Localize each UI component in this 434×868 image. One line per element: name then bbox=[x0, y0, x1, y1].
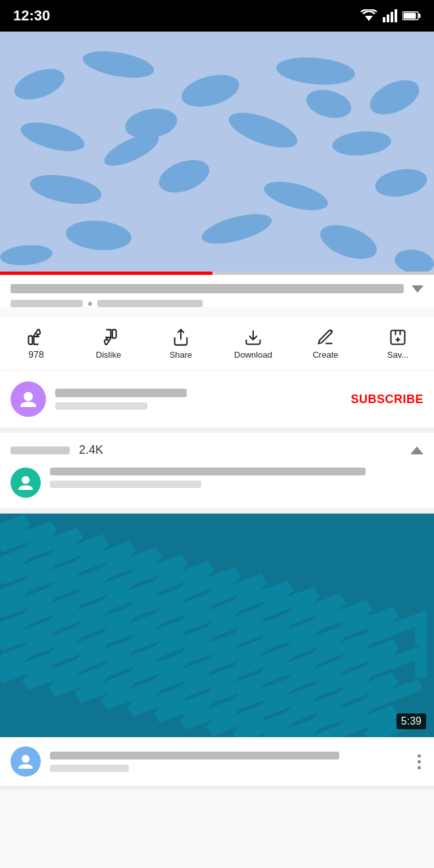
commenter-avatar-icon bbox=[16, 473, 35, 492]
save-button[interactable]: Sav... bbox=[362, 323, 434, 365]
channel-subs-placeholder bbox=[55, 402, 147, 410]
svg-rect-3 bbox=[391, 12, 393, 22]
actions-row: 978 Dislike Share Download bbox=[0, 316, 434, 371]
progress-bar-fill bbox=[0, 272, 212, 275]
video-title-bar bbox=[11, 284, 423, 293]
comments-header-left: 2.4K bbox=[11, 443, 103, 457]
svg-rect-1 bbox=[383, 17, 385, 22]
comments-section: 2.4K bbox=[0, 433, 434, 514]
rec-channel-avatar[interactable] bbox=[11, 746, 41, 777]
rec-video-info-content bbox=[50, 752, 415, 772]
video-meta bbox=[11, 300, 423, 307]
more-options-button[interactable] bbox=[415, 752, 423, 772]
dislike-button[interactable]: Dislike bbox=[72, 323, 145, 365]
download-button[interactable]: Download bbox=[217, 323, 289, 365]
comment-item bbox=[11, 468, 423, 498]
video-date-placeholder bbox=[97, 300, 203, 307]
more-dot-3 bbox=[418, 766, 421, 769]
subscribe-button[interactable]: SUBSCRIBE bbox=[350, 393, 423, 406]
create-button[interactable]: Create bbox=[289, 323, 362, 365]
commenter-avatar bbox=[11, 468, 41, 498]
save-label: Sav... bbox=[387, 350, 408, 360]
svg-point-37 bbox=[22, 476, 30, 484]
video-duration-badge: 5:39 bbox=[397, 713, 426, 729]
channel-avatar-icon bbox=[18, 389, 39, 410]
more-dot-2 bbox=[418, 760, 421, 763]
download-icon bbox=[244, 328, 262, 347]
thumbs-down-icon bbox=[99, 328, 118, 347]
battery-icon bbox=[402, 11, 421, 21]
svg-point-36 bbox=[24, 392, 33, 401]
rec-video-info-row bbox=[0, 737, 434, 790]
channel-name-placeholder bbox=[55, 389, 187, 397]
download-label: Download bbox=[234, 350, 272, 360]
status-time: 12:30 bbox=[13, 7, 50, 24]
like-button[interactable]: 978 bbox=[0, 322, 72, 365]
video-player[interactable] bbox=[0, 32, 434, 275]
status-bar: 12:30 bbox=[0, 0, 434, 32]
comment-text-placeholder bbox=[50, 481, 201, 488]
wifi-icon bbox=[360, 9, 377, 22]
rec-channel-avatar-icon bbox=[16, 752, 35, 771]
dislike-label: Dislike bbox=[96, 350, 121, 360]
chevron-down-icon[interactable] bbox=[412, 285, 423, 293]
channel-avatar[interactable] bbox=[11, 381, 46, 417]
create-label: Create bbox=[312, 350, 338, 360]
share-button[interactable]: Share bbox=[145, 323, 217, 365]
create-icon bbox=[316, 328, 335, 347]
svg-marker-0 bbox=[365, 16, 373, 21]
svg-rect-7 bbox=[404, 13, 416, 19]
svg-rect-4 bbox=[395, 9, 397, 22]
like-count: 978 bbox=[28, 349, 43, 360]
more-dot-1 bbox=[418, 754, 421, 758]
svg-rect-6 bbox=[419, 14, 421, 18]
video-info bbox=[0, 275, 434, 307]
comments-label-placeholder bbox=[11, 446, 70, 454]
svg-point-39 bbox=[22, 755, 30, 763]
signal-icon bbox=[383, 9, 397, 22]
rec-video-meta-placeholder bbox=[50, 765, 129, 772]
share-label: Share bbox=[170, 350, 193, 360]
comment-content bbox=[50, 468, 423, 488]
chevron-up-icon[interactable] bbox=[410, 446, 423, 454]
rec-video-title-placeholder bbox=[50, 752, 339, 760]
video-thumbnail bbox=[0, 32, 434, 275]
channel-info bbox=[55, 389, 350, 410]
status-icons bbox=[360, 9, 421, 22]
progress-bar-container[interactable] bbox=[0, 272, 434, 275]
meta-separator bbox=[88, 302, 92, 306]
recommended-video-thumbnail[interactable]: 5:39 bbox=[0, 514, 434, 737]
thumbs-up-icon bbox=[27, 327, 45, 346]
video-title-placeholder bbox=[11, 284, 404, 293]
comment-username-placeholder bbox=[50, 468, 366, 475]
comments-count: 2.4K bbox=[79, 443, 103, 457]
rec-video-thumbnail-pattern bbox=[0, 514, 434, 737]
channel-row: SUBSCRIBE bbox=[0, 371, 434, 433]
comments-header: 2.4K bbox=[11, 443, 423, 457]
svg-rect-2 bbox=[387, 14, 389, 22]
video-views-placeholder bbox=[11, 300, 83, 307]
save-icon bbox=[389, 328, 407, 347]
share-icon bbox=[172, 328, 190, 347]
